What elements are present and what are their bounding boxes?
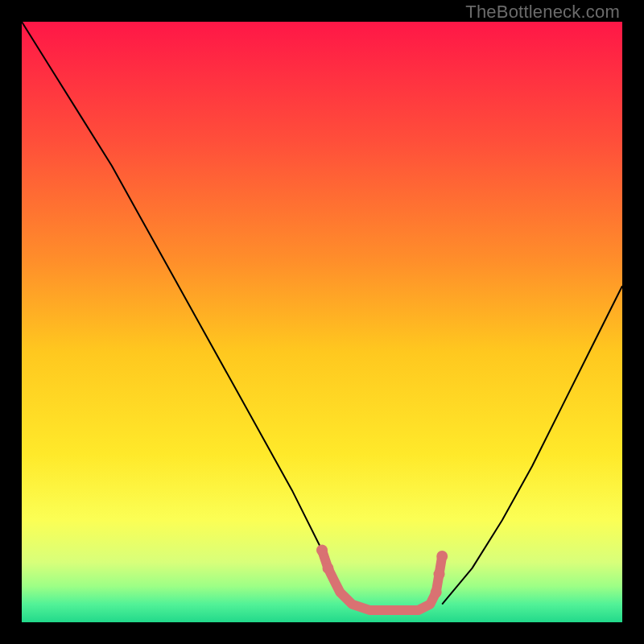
valley-marker-dot: [436, 551, 448, 562]
valley-marker-dot: [316, 545, 328, 556]
valley-marker-dot: [434, 568, 445, 580]
chart-curves-layer: [22, 22, 622, 622]
valley-marker-dot: [431, 587, 442, 598]
bottleneck-curve-right: [442, 286, 622, 604]
watermark-text: TheBottleneck.com: [465, 2, 620, 23]
bottleneck-curve-left: [22, 22, 352, 605]
valley-marker-dot: [323, 563, 334, 574]
valley-marker: [322, 551, 442, 611]
